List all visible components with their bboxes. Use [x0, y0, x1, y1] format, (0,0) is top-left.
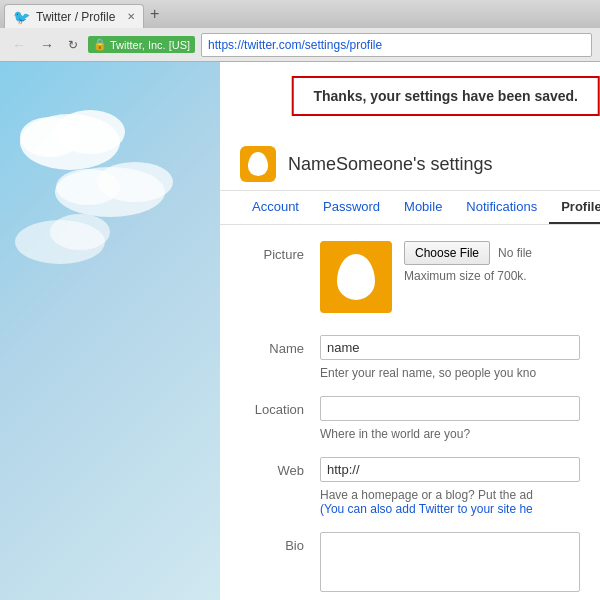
picture-egg-icon [337, 254, 375, 300]
location-label: Location [240, 396, 320, 417]
forward-btn[interactable]: → [36, 35, 58, 55]
browser-chrome: 🐦 Twitter / Profile ✕ + ← → ↻ 🔒 Twitter,… [0, 0, 600, 600]
picture-preview [320, 241, 392, 313]
bio-field [320, 532, 580, 595]
tab-account[interactable]: Account [240, 191, 311, 224]
page: Thanks, your settings have been saved. N… [0, 62, 600, 600]
url-text: https://twitter.com/settings/profile [208, 38, 382, 52]
picture-right: Choose File No file Maximum size of 700k… [404, 241, 532, 283]
no-file-text: No file [498, 246, 532, 260]
name-label: Name [240, 335, 320, 356]
success-banner: Thanks, your settings have been saved. [291, 76, 600, 116]
bio-input[interactable] [320, 532, 580, 592]
picture-hint: Maximum size of 700k. [404, 269, 532, 283]
web-input[interactable] [320, 457, 580, 482]
picture-row: Picture Choose File No file [240, 241, 580, 319]
tab-mobile[interactable]: Mobile [392, 191, 454, 224]
tab-notifications[interactable]: Notifications [454, 191, 549, 224]
choose-file-btn[interactable]: Choose File [404, 241, 490, 265]
sidebar [0, 62, 220, 600]
location-hint: Where in the world are you? [320, 427, 580, 441]
svg-point-5 [56, 169, 120, 205]
egg-icon [248, 152, 268, 176]
url-box[interactable]: https://twitter.com/settings/profile [201, 33, 592, 57]
picture-controls: Choose File No file [404, 241, 532, 265]
settings-title: NameSomeone's settings [288, 154, 493, 175]
web-label: Web [240, 457, 320, 478]
cloud-decoration [10, 82, 210, 285]
address-bar: ← → ↻ 🔒 Twitter, Inc. [US] https://twitt… [0, 28, 600, 62]
bio-row: Bio [240, 532, 580, 595]
tab-title: Twitter / Profile [36, 10, 115, 24]
location-row: Location Where in the world are you? [240, 396, 580, 441]
lock-icon: 🔒 [93, 38, 107, 51]
success-message: Thanks, your settings have been saved. [313, 88, 578, 104]
name-input[interactable] [320, 335, 580, 360]
twitter-tab-icon: 🐦 [13, 9, 30, 25]
web-link-hint[interactable]: (You can also add Twitter to your site h… [320, 502, 580, 516]
settings-header: NameSomeone's settings [220, 130, 600, 191]
profile-avatar [240, 146, 276, 182]
main-content: Thanks, your settings have been saved. N… [220, 62, 600, 600]
location-field: Where in the world are you? [320, 396, 580, 441]
active-tab[interactable]: 🐦 Twitter / Profile ✕ [4, 4, 144, 28]
ssl-badge: 🔒 Twitter, Inc. [US] [88, 36, 195, 53]
tab-close-btn[interactable]: ✕ [127, 11, 135, 22]
name-hint: Enter your real name, so people you kno [320, 366, 580, 380]
picture-field: Choose File No file Maximum size of 700k… [320, 241, 580, 319]
tab-profile[interactable]: Profile [549, 191, 600, 224]
refresh-btn[interactable]: ↻ [64, 36, 82, 54]
tab-password[interactable]: Password [311, 191, 392, 224]
banner-wrapper: Thanks, your settings have been saved. [220, 62, 600, 130]
picture-label: Picture [240, 241, 320, 262]
bio-label: Bio [240, 532, 320, 553]
name-row: Name Enter your real name, so people you… [240, 335, 580, 380]
location-input[interactable] [320, 396, 580, 421]
new-tab-btn[interactable]: + [144, 5, 165, 23]
web-hint: Have a homepage or a blog? Put the ad [320, 488, 580, 502]
back-btn[interactable]: ← [8, 35, 30, 55]
svg-point-2 [20, 117, 80, 157]
name-field: Enter your real name, so people you kno [320, 335, 580, 380]
svg-point-7 [50, 214, 110, 250]
web-field: Have a homepage or a blog? Put the ad (Y… [320, 457, 580, 516]
cloud-svg [10, 82, 200, 282]
tab-bar: 🐦 Twitter / Profile ✕ + [0, 0, 600, 28]
form-area: Picture Choose File No file [220, 225, 600, 600]
settings-nav: Account Password Mobile Notifications Pr… [220, 191, 600, 225]
web-row: Web Have a homepage or a blog? Put the a… [240, 457, 580, 516]
ssl-text: Twitter, Inc. [US] [110, 39, 190, 51]
